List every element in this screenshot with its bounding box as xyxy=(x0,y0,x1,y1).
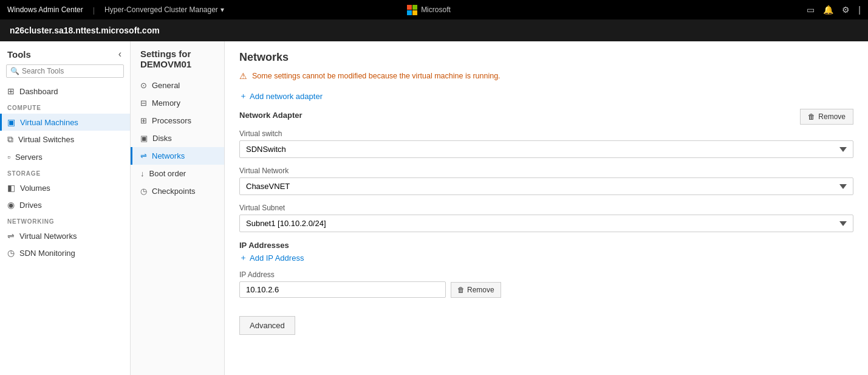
general-icon: ⊙ xyxy=(140,81,147,90)
processor-icon: ⊞ xyxy=(140,116,147,125)
advanced-button[interactable]: Advanced xyxy=(239,316,295,335)
sidebar-item-volumes[interactable]: ◧ Volumes xyxy=(0,179,130,196)
memory-icon: ⊟ xyxy=(140,98,147,108)
settings-icon[interactable]: ⚙ xyxy=(842,5,850,15)
panel-title: Networks xyxy=(239,51,853,64)
virtual-network-label: Virtual Network xyxy=(239,167,853,175)
adapter-section-title: Network Adapter xyxy=(239,111,302,120)
ip-address-input[interactable] xyxy=(239,281,446,298)
add-ip-link[interactable]: ＋ Add IP Address xyxy=(239,252,853,263)
user-icon[interactable]: | xyxy=(858,5,861,15)
main-layout: Tools ‹ 🔍 ⊞ Dashboard COMPUTE ▣ Virtual … xyxy=(0,41,868,375)
ms-label: Microsoft xyxy=(421,5,451,14)
virtual-network-group: Virtual Network ChaseVNET xyxy=(239,167,853,195)
left-nav: Settings for DEMOVM01 ⊙ General ⊟ Memory… xyxy=(131,41,225,375)
sidebar-item-label: Servers xyxy=(15,153,43,162)
sidebar-item-servers[interactable]: ▫ Servers xyxy=(0,148,130,165)
nav-item-memory[interactable]: ⊟ Memory xyxy=(131,94,224,112)
topbar-center: Microsoft xyxy=(407,5,451,15)
hostname-label: n26cluster.sa18.nttest.microsoft.com xyxy=(10,26,160,35)
sidebar-section-storage: STORAGE xyxy=(0,165,130,179)
checkpoints-icon: ◷ xyxy=(140,187,147,196)
logo-yellow xyxy=(412,10,417,15)
nav-item-checkpoints[interactable]: ◷ Checkpoints xyxy=(131,182,224,200)
bell-icon[interactable]: 🔔 xyxy=(823,5,833,15)
sidebar-item-label: Dashboard xyxy=(19,87,58,96)
sdn-icon: ◷ xyxy=(7,248,15,258)
virtual-switch-group: Virtual switch SDNSwitch xyxy=(239,129,853,158)
add-adapter-link[interactable]: ＋ Add network adapter xyxy=(239,91,853,101)
settings-title: Settings for DEMOVM01 xyxy=(131,49,224,77)
vm-icon: ▣ xyxy=(7,117,15,127)
sidebar-section-compute: COMPUTE xyxy=(0,100,130,114)
sidebar-item-label: Virtual Machines xyxy=(20,118,78,127)
warning-bar: ⚠ Some settings cannot be modified becau… xyxy=(239,71,853,81)
monitor-icon[interactable]: ▭ xyxy=(807,5,815,15)
search-box: 🔍 xyxy=(6,64,124,78)
sidebar-item-label: Virtual Networks xyxy=(19,232,77,241)
sidebar-item-label: Virtual Switches xyxy=(18,135,74,144)
ip-addresses-label: IP Addresses xyxy=(239,241,289,250)
volumes-icon: ◧ xyxy=(7,183,15,193)
ip-entry: 🗑 Remove xyxy=(239,281,853,298)
cluster-manager-label[interactable]: Hyper-Converged Cluster Manager ▾ xyxy=(104,5,224,14)
nav-item-label: Processors xyxy=(152,116,191,125)
virtual-network-select[interactable]: ChaseVNET xyxy=(239,177,853,195)
ip-address-label: IP Address xyxy=(239,270,853,279)
add-ip-label: Add IP Address xyxy=(250,253,304,263)
boot-icon: ↓ xyxy=(140,169,145,178)
virtual-subnet-label: Virtual Subnet xyxy=(239,204,853,212)
sidebar-item-sdn-monitoring[interactable]: ◷ SDN Monitoring xyxy=(0,244,130,261)
virtual-switch-label: Virtual switch xyxy=(239,129,853,138)
ip-addresses-group: IP Addresses ＋ Add IP Address IP Address… xyxy=(239,241,853,298)
nav-item-boot-order[interactable]: ↓ Boot order xyxy=(131,165,224,182)
sidebar-header: Tools ‹ xyxy=(0,41,130,64)
topbar-right: ▭ 🔔 ⚙ | xyxy=(807,5,861,15)
adapter-header: Network Adapter 🗑 Remove xyxy=(239,109,853,125)
sidebar-item-virtual-networks[interactable]: ⇌ Virtual Networks xyxy=(0,227,130,244)
networks-icon: ⇌ xyxy=(140,151,147,160)
dashboard-icon: ⊞ xyxy=(7,86,15,96)
sidebar-item-label: Volumes xyxy=(20,184,50,193)
nav-item-label: Memory xyxy=(152,98,180,108)
topbar-separator: | xyxy=(93,5,95,15)
sidebar-collapse-button[interactable]: ‹ xyxy=(117,47,123,61)
ip-section-header: IP Addresses xyxy=(239,241,853,250)
nav-item-label: Checkpoints xyxy=(152,187,196,196)
sidebar-item-virtual-machines[interactable]: ▣ Virtual Machines xyxy=(0,114,130,131)
remove-label: Remove xyxy=(818,112,846,121)
nav-item-label: Disks xyxy=(152,134,172,143)
logo-green xyxy=(412,5,417,10)
sidebar-item-drives[interactable]: ◉ Drives xyxy=(0,196,130,213)
main-panel: Networks ⚠ Some settings cannot be modif… xyxy=(225,41,868,375)
topbar: Windows Admin Center | Hyper-Converged C… xyxy=(0,0,868,19)
sidebar-item-virtual-switches[interactable]: ⧉ Virtual Switches xyxy=(0,131,130,148)
ip-remove-label: Remove xyxy=(467,286,494,294)
hostbar: n26cluster.sa18.nttest.microsoft.com xyxy=(0,19,868,41)
remove-ip-button[interactable]: 🗑 Remove xyxy=(451,282,501,298)
virtual-subnet-select[interactable]: Subnet1 [10.10.2.0/24] xyxy=(239,215,853,232)
sidebar: Tools ‹ 🔍 ⊞ Dashboard COMPUTE ▣ Virtual … xyxy=(0,41,131,375)
sidebar-section-networking: NETWORKING xyxy=(0,213,130,227)
nav-item-general[interactable]: ⊙ General xyxy=(131,77,224,94)
nav-item-disks[interactable]: ▣ Disks xyxy=(131,129,224,147)
add-adapter-label: Add network adapter xyxy=(250,92,323,101)
search-icon: 🔍 xyxy=(10,67,19,75)
nav-item-label: General xyxy=(152,81,180,90)
search-input[interactable] xyxy=(22,67,120,75)
trash-icon-ip: 🗑 xyxy=(457,286,465,294)
logo-blue xyxy=(407,10,412,15)
warning-icon: ⚠ xyxy=(239,71,247,81)
plus-icon-ip: ＋ xyxy=(239,252,247,263)
trash-icon: 🗑 xyxy=(808,112,815,121)
drives-icon: ◉ xyxy=(7,200,15,210)
nav-item-networks[interactable]: ⇌ Networks xyxy=(131,147,224,165)
app-title: Windows Admin Center xyxy=(7,5,83,14)
remove-adapter-button[interactable]: 🗑 Remove xyxy=(800,109,853,125)
plus-icon: ＋ xyxy=(239,91,247,101)
sidebar-item-dashboard[interactable]: ⊞ Dashboard xyxy=(0,83,130,100)
virtual-switch-select[interactable]: SDNSwitch xyxy=(239,140,853,158)
vnet-icon: ⇌ xyxy=(7,231,15,241)
microsoft-logo xyxy=(407,5,417,15)
nav-item-processors[interactable]: ⊞ Processors xyxy=(131,112,224,129)
